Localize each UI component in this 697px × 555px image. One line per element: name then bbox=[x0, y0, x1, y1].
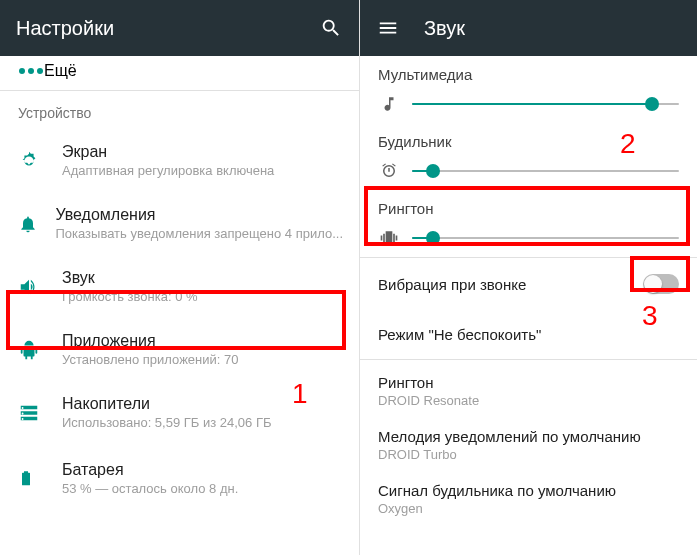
slider-track[interactable] bbox=[412, 103, 679, 105]
slider-title: Будильник bbox=[378, 133, 679, 150]
pref-sub: Oxygen bbox=[378, 501, 679, 516]
toggle-switch[interactable] bbox=[643, 274, 679, 294]
pref-dnd[interactable]: Режим "Не беспокоить" bbox=[360, 310, 697, 359]
row-battery[interactable]: Батарея 53 % — осталось около 8 дн. bbox=[0, 444, 359, 502]
slider-title: Мультимедиа bbox=[378, 66, 679, 83]
more-icon bbox=[18, 66, 44, 76]
slider-media[interactable]: Мультимедиа bbox=[360, 56, 697, 123]
pref-title: Режим "Не беспокоить" bbox=[378, 326, 541, 343]
pref-vibrate-on-call[interactable]: Вибрация при звонке bbox=[360, 258, 697, 310]
row-label: Экран bbox=[62, 143, 343, 161]
row-sound[interactable]: Звук Громкость звонка: 0 % bbox=[0, 255, 359, 318]
more-label: Ещё bbox=[44, 62, 77, 80]
appbar-title: Звук bbox=[424, 17, 681, 40]
row-sub: Использовано: 5,59 ГБ из 24,06 ГБ bbox=[62, 415, 343, 430]
pref-notification-sound[interactable]: Мелодия уведомлений по умолчанию DROID T… bbox=[360, 418, 697, 472]
section-header: Устройство bbox=[0, 91, 359, 129]
pref-title: Мелодия уведомлений по умолчанию bbox=[378, 428, 679, 445]
row-notifications[interactable]: Уведомления Показывать уведомления запре… bbox=[0, 192, 359, 255]
row-sub: Громкость звонка: 0 % bbox=[62, 289, 343, 304]
svg-point-2 bbox=[37, 68, 43, 74]
pref-title: Вибрация при звонке bbox=[378, 276, 526, 293]
bell-icon bbox=[18, 213, 38, 235]
slider-title: Рингтон bbox=[378, 200, 679, 217]
vibrate-icon bbox=[378, 227, 400, 249]
slider-alarm[interactable]: Будильник bbox=[360, 123, 697, 190]
row-label: Батарея bbox=[62, 461, 343, 479]
volume-icon bbox=[18, 276, 40, 298]
row-storage[interactable]: Накопители Использовано: 5,59 ГБ из 24,0… bbox=[0, 381, 359, 444]
appbar-title: Настройки bbox=[16, 17, 319, 40]
storage-icon bbox=[18, 402, 40, 424]
slider-track[interactable] bbox=[412, 237, 679, 239]
pref-title: Рингтон bbox=[378, 374, 679, 391]
brightness-icon bbox=[18, 150, 40, 172]
slider-ringtone[interactable]: Рингтон bbox=[360, 190, 697, 257]
battery-icon bbox=[18, 466, 34, 490]
pref-title: Сигнал будильника по умолчанию bbox=[378, 482, 679, 499]
pref-sub: DROID Turbo bbox=[378, 447, 679, 462]
music-note-icon bbox=[378, 93, 400, 115]
menu-icon[interactable] bbox=[376, 16, 400, 40]
slider-track[interactable] bbox=[412, 170, 679, 172]
android-icon bbox=[18, 339, 40, 361]
alarm-icon bbox=[378, 160, 400, 182]
search-icon[interactable] bbox=[319, 16, 343, 40]
settings-pane: Настройки Ещё Устройство Экран Адаптивна… bbox=[0, 0, 360, 555]
row-apps[interactable]: Приложения Установлено приложений: 70 bbox=[0, 318, 359, 381]
svg-point-0 bbox=[19, 68, 25, 74]
pref-sub: DROID Resonate bbox=[378, 393, 679, 408]
appbar-settings: Настройки bbox=[0, 0, 359, 56]
row-sub: Показывать уведомления запрещено 4 прило… bbox=[55, 226, 343, 241]
svg-point-1 bbox=[28, 68, 34, 74]
sound-pane: Звук Мультимедиа Будильник Р bbox=[360, 0, 697, 555]
pref-alarm-sound[interactable]: Сигнал будильника по умолчанию Oxygen bbox=[360, 472, 697, 522]
row-sub: Адаптивная регулировка включена bbox=[62, 163, 343, 178]
row-sub: Установлено приложений: 70 bbox=[62, 352, 343, 367]
row-sub: 53 % — осталось около 8 дн. bbox=[62, 481, 343, 496]
appbar-sound: Звук bbox=[360, 0, 697, 56]
pref-ringtone[interactable]: Рингтон DROID Resonate bbox=[360, 360, 697, 418]
row-display[interactable]: Экран Адаптивная регулировка включена bbox=[0, 129, 359, 192]
row-label: Накопители bbox=[62, 395, 343, 413]
row-label: Приложения bbox=[62, 332, 343, 350]
more-row[interactable]: Ещё bbox=[0, 56, 359, 90]
row-label: Звук bbox=[62, 269, 343, 287]
row-label: Уведомления bbox=[55, 206, 343, 224]
